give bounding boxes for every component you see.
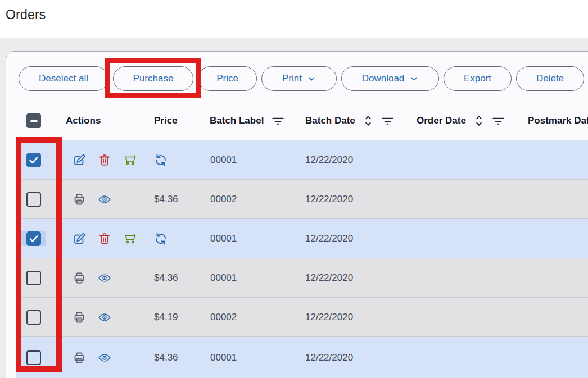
delete-icon[interactable] xyxy=(98,232,111,245)
batch-label-value: 00002 xyxy=(203,312,298,323)
column-header-actions: Actions xyxy=(66,115,101,126)
check-icon xyxy=(28,154,39,166)
row-checkbox[interactable] xyxy=(26,192,41,207)
column-header-order-date: Order Date xyxy=(417,115,466,126)
print-icon[interactable] xyxy=(73,351,86,365)
top-bar: Orders xyxy=(0,0,588,38)
batch-date-value: 12/22/2020 xyxy=(298,233,410,244)
row-checkbox[interactable] xyxy=(26,271,41,285)
orders-table: Actions Price Batch Label Batch Date Ord… xyxy=(16,102,588,378)
check-icon xyxy=(28,233,39,244)
price-value: $4.36 xyxy=(154,352,178,363)
button-label: Download xyxy=(362,73,405,84)
batch-date-value: 12/22/2020 xyxy=(298,352,410,363)
chevron-down-icon xyxy=(307,75,316,83)
view-icon[interactable] xyxy=(98,271,111,285)
toolbar: Deselect all Purchase Price Print Downlo… xyxy=(6,52,588,91)
price-button[interactable]: Price xyxy=(198,66,257,91)
export-button[interactable]: Export xyxy=(444,66,512,91)
view-icon[interactable] xyxy=(98,351,111,365)
row-checkbox[interactable] xyxy=(26,153,41,167)
print-menu-button[interactable]: Print xyxy=(261,66,337,91)
price-value: $4.36 xyxy=(154,194,178,205)
row-checkbox[interactable] xyxy=(26,231,41,246)
batch-label-value: 00002 xyxy=(203,194,298,205)
select-all-checkbox[interactable] xyxy=(26,113,41,128)
edit-icon[interactable] xyxy=(73,232,86,245)
row-checkbox[interactable] xyxy=(26,310,41,325)
batch-label-value: 00001 xyxy=(203,154,298,166)
table-row: 00001 12/22/2020 xyxy=(16,140,588,180)
orders-card: Deselect all Purchase Price Print Downlo… xyxy=(6,51,588,378)
table-header: Actions Price Batch Label Batch Date Ord… xyxy=(16,102,588,140)
table-row: $4.36 00001 12/22/2020 xyxy=(16,258,588,298)
table-row: 00001 12/22/2020 xyxy=(16,219,588,258)
purchase-button[interactable]: Purchase xyxy=(113,66,193,91)
page-title: Orders xyxy=(6,7,46,22)
indeterminate-minus-icon xyxy=(30,120,38,122)
price-value: $4.36 xyxy=(154,272,178,284)
filter-icon[interactable] xyxy=(381,115,394,127)
price-value: $4.19 xyxy=(154,312,178,323)
chevron-down-icon xyxy=(410,75,418,83)
button-label: Price xyxy=(216,73,238,84)
price-refresh-icon[interactable] xyxy=(154,153,168,167)
table-row: $4.19 00002 12/22/2020 xyxy=(16,298,588,337)
filter-icon[interactable] xyxy=(272,115,284,127)
batch-date-value: 12/22/2020 xyxy=(298,194,410,205)
delete-icon[interactable] xyxy=(98,153,111,167)
sort-icon[interactable] xyxy=(474,114,484,127)
button-label: Print xyxy=(282,73,302,84)
delete-button[interactable]: Delete xyxy=(516,66,584,91)
print-icon[interactable] xyxy=(73,311,86,324)
table-row: $4.36 00001 12/22/2020 xyxy=(16,337,588,378)
button-label: Deselect all xyxy=(39,73,88,84)
column-header-price: Price xyxy=(154,115,178,126)
view-icon[interactable] xyxy=(98,193,111,206)
table-row: $4.36 00002 12/22/2020 xyxy=(16,180,588,219)
column-header-postmark-date: Postmark Date xyxy=(528,115,588,126)
button-label: Export xyxy=(464,73,491,84)
column-header-batch-date: Batch Date xyxy=(305,115,355,126)
print-icon[interactable] xyxy=(73,193,86,206)
edit-icon[interactable] xyxy=(73,153,86,167)
button-label: Purchase xyxy=(133,73,174,84)
batch-label-value: 00001 xyxy=(203,233,298,244)
print-icon[interactable] xyxy=(73,271,86,285)
row-checkbox[interactable] xyxy=(26,350,41,365)
button-label: Delete xyxy=(536,73,564,84)
batch-label-value: 00001 xyxy=(203,352,298,363)
add-to-cart-icon[interactable] xyxy=(123,232,137,245)
price-refresh-icon[interactable] xyxy=(154,232,168,245)
sort-icon[interactable] xyxy=(363,114,373,127)
batch-date-value: 12/22/2020 xyxy=(298,154,410,166)
column-header-batch-label: Batch Label xyxy=(210,115,264,126)
deselect-all-button[interactable]: Deselect all xyxy=(19,66,108,91)
table-body: 00001 12/22/2020 xyxy=(16,140,588,378)
filter-icon[interactable] xyxy=(492,115,505,127)
download-menu-button[interactable]: Download xyxy=(341,66,439,91)
batch-date-value: 12/22/2020 xyxy=(298,272,410,284)
batch-label-value: 00001 xyxy=(203,272,298,284)
add-to-cart-icon[interactable] xyxy=(123,153,137,167)
batch-date-value: 12/22/2020 xyxy=(298,312,410,323)
view-icon[interactable] xyxy=(98,311,111,324)
